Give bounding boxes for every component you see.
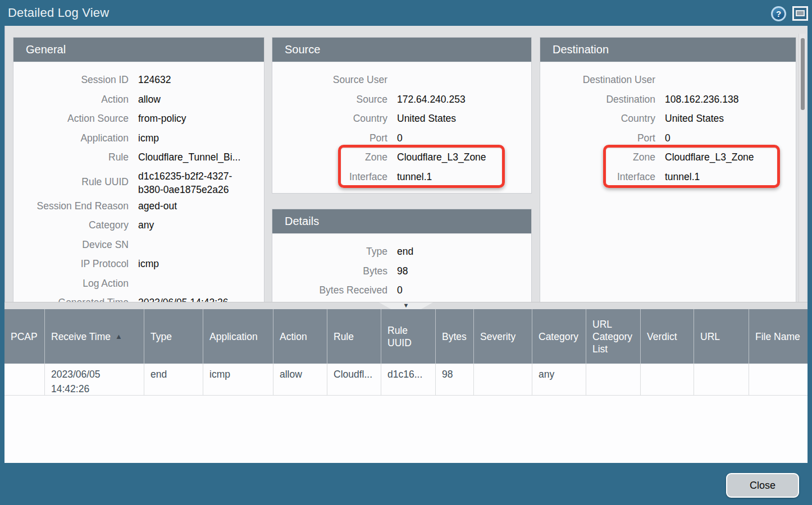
column-header-severity[interactable]: Severity: [474, 309, 532, 364]
column-label: Severity: [480, 330, 516, 343]
field-label: Action: [13, 90, 129, 109]
column-label: PCAP: [11, 330, 38, 343]
detail-area: General Session ID 124632 Action allow A…: [4, 26, 808, 302]
field-value: 98: [397, 261, 531, 281]
column-label: URL Category List: [592, 318, 636, 355]
field-value: end: [397, 242, 531, 261]
field-value: [138, 274, 264, 293]
field-value: icmp: [138, 128, 264, 148]
window-restore-icon[interactable]: [792, 6, 808, 21]
cell-action: allow: [273, 364, 327, 396]
cell-url: [694, 364, 749, 396]
field-label: Zone: [272, 148, 387, 167]
cell-receive-time: 2023/06/05 14:42:26: [45, 364, 144, 396]
log-table-header: PCAP Receive Time▲ Type Application Acti…: [4, 309, 808, 364]
field-label: Rule UUID: [13, 169, 129, 196]
window-restore-icon-inner: [796, 10, 805, 16]
field-label: Bytes Received: [272, 281, 387, 300]
field-label: Port: [272, 128, 387, 148]
column-header-url-category-list[interactable]: URL Category List: [586, 309, 641, 364]
field-label: Interface: [540, 167, 655, 187]
column-header-rule-uuid[interactable]: Rule UUID: [381, 309, 436, 364]
source-row-source: Source 172.64.240.253: [272, 90, 531, 109]
destination-panel: Destination Destination User Destination…: [540, 37, 796, 302]
field-label: Rule: [13, 148, 129, 167]
field-value: United States: [665, 109, 796, 128]
field-label: IP Protocol: [13, 254, 129, 274]
column-label: Receive Time: [51, 330, 111, 343]
field-value: from-policy: [138, 109, 264, 128]
scrollbar-thumb[interactable]: [801, 38, 805, 110]
column-label: Rule UUID: [387, 324, 431, 349]
general-row-application: Application icmp: [13, 128, 264, 148]
field-label: Source: [272, 90, 387, 109]
field-value: 0: [397, 128, 531, 148]
log-table-row[interactable]: 2023/06/05 14:42:26 end icmp allow Cloud…: [4, 364, 808, 396]
source-row-port: Port 0: [272, 128, 531, 148]
column-header-bytes[interactable]: Bytes: [436, 309, 474, 364]
column-header-url[interactable]: URL: [694, 309, 749, 364]
cell-file-name: [749, 364, 808, 396]
general-row-session-end-reason: Session End Reason aged-out: [13, 196, 264, 216]
column-header-category[interactable]: Category: [532, 309, 586, 364]
field-value: any: [138, 215, 264, 235]
field-value: tunnel.1: [397, 167, 531, 187]
help-icon[interactable]: ?: [771, 6, 786, 21]
details-row-bytes: Bytes 98: [272, 261, 531, 281]
destination-row-destination: Destination 108.162.236.138: [540, 90, 796, 109]
cell-rule-uuid: d1c16...: [381, 364, 436, 396]
column-header-receive-time[interactable]: Receive Time▲: [45, 309, 144, 364]
detail-area-scrollbar[interactable]: [799, 34, 806, 302]
field-label: Log Action: [13, 274, 129, 293]
field-value: tunnel.1: [665, 167, 796, 187]
destination-panel-header: Destination: [540, 38, 796, 63]
field-value: 0: [397, 281, 531, 300]
column-label: Type: [150, 330, 172, 343]
cell-url-category-list: [586, 364, 641, 396]
column-header-rule[interactable]: Rule: [327, 309, 381, 364]
field-value: [665, 70, 796, 90]
field-value: 2023/06/05 14:42:26: [138, 293, 264, 302]
details-panel-header: Details: [272, 209, 531, 235]
general-row-rule-uuid: Rule UUID d1c16235-b2f2-4327-b380-0ae187…: [13, 167, 264, 196]
source-panel-header: Source: [272, 38, 531, 63]
field-label: Bytes: [272, 261, 387, 281]
general-row-action: Action allow: [13, 90, 264, 109]
field-label: Country: [272, 109, 387, 128]
field-label: Port: [540, 128, 655, 148]
field-value: [138, 235, 264, 255]
source-row-country: Country United States: [272, 109, 531, 128]
column-header-application[interactable]: Application: [203, 309, 273, 364]
column-label: File Name: [755, 330, 800, 343]
cell-rule: Cloudfl...: [327, 364, 381, 396]
sort-ascending-icon: ▲: [115, 330, 122, 343]
field-label: Action Source: [13, 109, 129, 128]
field-label: Destination User: [540, 70, 655, 90]
dialog-title: Detailed Log View: [8, 6, 109, 20]
general-row-rule: Rule Cloudflare_Tunnel_Bi...: [13, 148, 264, 167]
cell-pcap: [4, 364, 45, 396]
column-header-verdict[interactable]: Verdict: [641, 309, 694, 364]
column-label: Rule: [334, 330, 354, 343]
column-header-type[interactable]: Type: [144, 309, 203, 364]
general-row-category: Category any: [13, 215, 264, 235]
destination-panel-body: Destination User Destination 108.162.236…: [540, 63, 796, 186]
field-value: aged-out: [138, 196, 264, 216]
column-header-file-name[interactable]: File Name: [749, 309, 808, 364]
field-label: Destination: [540, 90, 655, 109]
destination-row-interface: Interface tunnel.1: [540, 167, 796, 187]
field-label: Zone: [540, 148, 655, 167]
field-value: Cloudflare_L3_Zone: [397, 148, 531, 167]
general-panel-header: General: [13, 38, 264, 63]
details-panel-body: Type end Bytes 98 Bytes Received 0: [272, 235, 531, 300]
title-bar: Detailed Log View ?: [0, 0, 812, 26]
details-row-bytes-received: Bytes Received 0: [272, 281, 531, 300]
column-header-pcap[interactable]: PCAP: [4, 309, 45, 364]
field-value: allow: [138, 90, 264, 109]
close-button[interactable]: Close: [726, 473, 799, 498]
field-label: Device SN: [13, 235, 129, 255]
destination-row-zone: Zone Cloudflare_L3_Zone: [540, 148, 796, 167]
column-header-action[interactable]: Action: [273, 309, 327, 364]
field-label: Interface: [272, 167, 387, 187]
column-label: Action: [280, 330, 307, 343]
